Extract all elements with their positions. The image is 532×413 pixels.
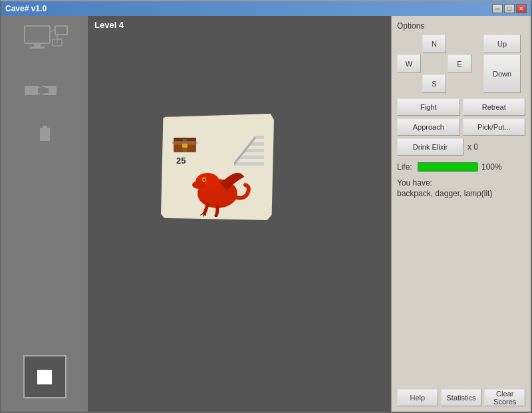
white-square-icon [37, 370, 52, 384]
inventory-section: You have: backpack, dagger, lamp(lit) [397, 178, 525, 385]
life-bar-container [418, 162, 477, 172]
minimize-button[interactable]: ─ [492, 4, 503, 13]
svg-line-4 [50, 30, 55, 32]
options-label: Options [397, 21, 525, 31]
svg-point-25 [203, 179, 205, 181]
statistics-button[interactable]: Statistics [441, 389, 482, 406]
connector-icon [18, 72, 71, 109]
svg-point-23 [192, 181, 205, 189]
up-button[interactable]: Up [483, 35, 521, 53]
help-button[interactable]: Help [397, 389, 438, 406]
elixir-count: x 0 [467, 142, 478, 152]
title-bar: Cave# v1.0 ─ □ ✕ [1, 1, 531, 16]
life-percent: 100% [481, 162, 502, 172]
drink-elixir-button[interactable]: Drink Elixir [397, 138, 464, 156]
svg-rect-1 [34, 43, 41, 47]
close-button[interactable]: ✕ [516, 4, 527, 13]
svg-rect-20 [182, 144, 188, 148]
svg-rect-28 [245, 149, 264, 152]
main-content: Level 4 [1, 16, 531, 412]
svg-rect-3 [55, 26, 67, 35]
life-bar-fill [418, 163, 478, 171]
fight-retreat-row: Fight Retreat [397, 98, 525, 116]
stairs-icon [234, 132, 264, 171]
svg-rect-2 [30, 47, 45, 49]
sidebar [1, 16, 88, 412]
retreat-button[interactable]: Retreat [463, 98, 526, 116]
level-label: Level 4 [88, 16, 391, 34]
pick-put-button[interactable]: Pick/Put... [463, 118, 526, 136]
network-icon [18, 23, 71, 59]
svg-rect-0 [25, 26, 50, 43]
down-button[interactable]: Down [483, 55, 521, 93]
maximize-button[interactable]: □ [504, 4, 515, 13]
right-panel: Options N W E S Up Down Fight Retreat Ap… [391, 16, 531, 412]
fight-button[interactable]: Fight [397, 98, 460, 116]
inventory-items: backpack, dagger, lamp(lit) [397, 189, 525, 198]
approach-pickput-row: Approach Pick/Put... [397, 118, 525, 136]
clear-scores-button[interactable]: Clear Scores [484, 389, 525, 406]
west-button[interactable]: W [397, 55, 421, 73]
svg-rect-26 [234, 162, 264, 166]
direction-pad: N W E S Up Down [397, 35, 525, 93]
elixir-row: Drink Elixir x 0 [397, 138, 525, 156]
svg-rect-12 [38, 88, 49, 93]
life-row: Life: 100% [397, 162, 525, 172]
south-button[interactable]: S [422, 74, 446, 93]
svg-rect-14 [43, 126, 47, 130]
north-button[interactable]: N [422, 35, 446, 53]
you-have-label: You have: [397, 178, 525, 188]
chest-icon [172, 132, 198, 156]
bottom-buttons: Help Statistics Clear Scores [397, 385, 525, 406]
small-icon [35, 122, 55, 146]
game-area: Level 4 [88, 16, 391, 412]
life-label: Life: [397, 162, 414, 172]
east-button[interactable]: E [448, 55, 471, 73]
svg-rect-27 [239, 156, 264, 159]
window-title: Cave# v1.0 [5, 4, 47, 13]
approach-button[interactable]: Approach [397, 118, 460, 136]
bottom-icon-box [23, 355, 66, 398]
game-canvas[interactable]: 25 [88, 34, 391, 412]
svg-rect-30 [255, 136, 264, 139]
main-window: Cave# v1.0 ─ □ ✕ [0, 0, 532, 413]
title-bar-buttons: ─ □ ✕ [492, 4, 527, 13]
